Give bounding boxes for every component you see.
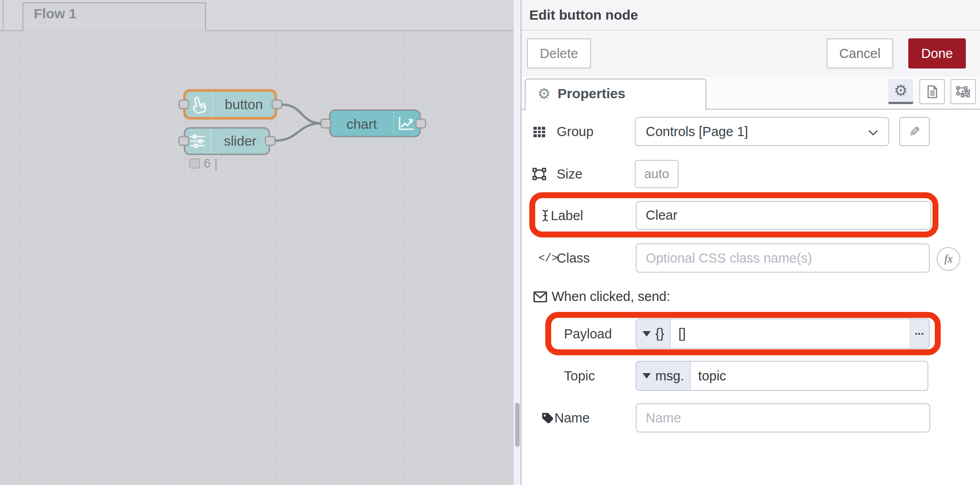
tray-header: Edit button node: [522, 0, 980, 31]
chart-output-port[interactable]: [416, 119, 426, 128]
node-button-label: button: [225, 97, 263, 112]
gear-icon: ⚙: [894, 81, 907, 100]
properties-tab-button[interactable]: ⚙: [888, 79, 913, 104]
tray-toolbar: Delete Cancel Done: [522, 32, 980, 77]
button-input-port[interactable]: [179, 100, 189, 109]
tab-properties[interactable]: ⚙ Properties: [525, 79, 706, 111]
name-label: Name: [554, 410, 590, 426]
edit-tray: Edit button node Delete Cancel Done ⚙ Pr…: [521, 0, 980, 485]
node-chart-label: chart: [347, 116, 377, 132]
payload-value-input[interactable]: []: [671, 319, 910, 348]
slider-input-port[interactable]: [179, 137, 189, 145]
flow-tab-label: Flow 1: [34, 6, 76, 21]
delete-button[interactable]: Delete: [527, 38, 591, 69]
editor-tabrow: ⚙ Properties ⚙: [522, 77, 980, 110]
button-output-port[interactable]: [272, 100, 282, 109]
gear-icon: ⚙: [537, 85, 551, 102]
node-chart[interactable]: chart: [321, 110, 426, 137]
ellipsis-icon: •••: [915, 330, 925, 337]
vertical-scrollbar-thumb[interactable]: [515, 403, 520, 447]
edit-group-button[interactable]: ✎: [899, 117, 930, 146]
size-auto-button[interactable]: auto: [635, 160, 679, 188]
label-input[interactable]: [636, 201, 931, 230]
vertical-scrollbar-track[interactable]: [513, 0, 521, 485]
tab-properties-label: Properties: [558, 86, 625, 101]
envelope-icon: [532, 289, 548, 305]
status-dot: [190, 159, 200, 168]
group-label: Group: [557, 123, 594, 140]
cancel-button[interactable]: Cancel: [827, 38, 893, 69]
size-label: Size: [557, 166, 582, 182]
payload-label: Payload: [564, 326, 612, 342]
expand-editor-button[interactable]: fx: [937, 247, 960, 271]
node-slider[interactable]: slider: [179, 128, 275, 154]
node-slider-label: slider: [224, 133, 257, 148]
workspace-tabbar: Flow 1: [0, 0, 513, 31]
chart-input-port[interactable]: [321, 119, 331, 128]
pencil-icon: ✎: [909, 124, 920, 140]
status-text: 6 |: [204, 156, 218, 170]
topic-label: Topic: [564, 368, 595, 384]
appearance-tab-button[interactable]: [950, 79, 976, 104]
sliders-icon: [190, 135, 205, 148]
class-input[interactable]: [636, 243, 930, 273]
flow-canvas[interactable]: Flow 1 button: [0, 0, 513, 485]
group-select[interactable]: Controls [Page 1]: [635, 117, 889, 146]
label-label: Label: [551, 207, 583, 224]
description-tab-button[interactable]: [919, 79, 945, 104]
i-cursor-icon: [538, 208, 552, 223]
node-red-editor: Flow 1 button: [0, 0, 980, 485]
flow-tab[interactable]: Flow 1: [23, 3, 205, 31]
object-group-icon: [955, 84, 971, 100]
chevron-down-icon: [868, 130, 878, 136]
object-group-icon: [531, 166, 548, 182]
msg-type-label: msg.: [655, 369, 684, 384]
code-icon: </>: [538, 250, 558, 267]
class-label: Class: [557, 250, 590, 266]
fx-icon: fx: [944, 253, 953, 265]
dropdown-triangle-icon: [643, 373, 651, 379]
group-select-value: Controls [Page 1]: [646, 124, 748, 139]
node-button[interactable]: button: [179, 90, 282, 118]
tray-title: Edit button node: [529, 0, 638, 30]
payload-type-button[interactable]: {}: [637, 319, 671, 348]
table-icon: [531, 124, 548, 140]
document-icon: [924, 84, 940, 100]
payload-typedinput: {} [] •••: [636, 318, 930, 349]
send-section-label: When clicked, send:: [552, 288, 670, 305]
slider-output-port[interactable]: [265, 137, 275, 145]
name-input[interactable]: [636, 403, 930, 432]
done-button[interactable]: Done: [908, 38, 966, 69]
payload-expand-button[interactable]: •••: [910, 319, 929, 348]
dropdown-triangle-icon: [643, 331, 651, 337]
topic-value-input[interactable]: topic: [691, 362, 927, 390]
tag-icon: [540, 410, 554, 426]
topic-type-button[interactable]: msg.: [637, 362, 691, 390]
json-type-icon: {}: [655, 326, 664, 341]
topic-typedinput: msg. topic: [636, 361, 928, 391]
